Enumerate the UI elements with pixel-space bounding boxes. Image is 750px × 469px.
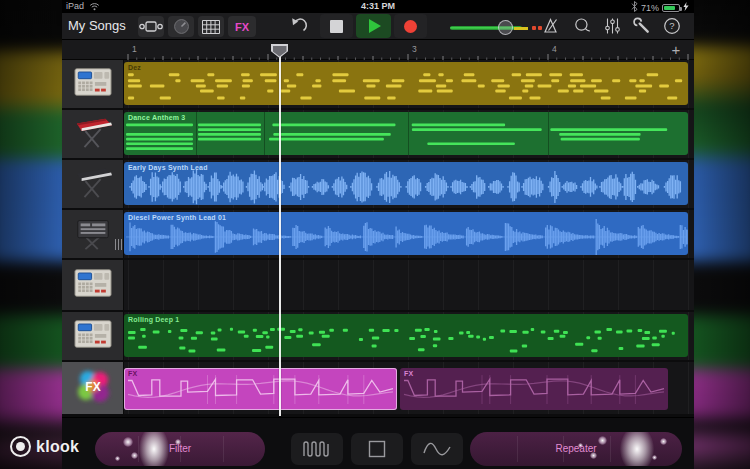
battery-icon <box>662 4 680 12</box>
svg-text:?: ? <box>669 20 674 31</box>
region-dance-anthem-3-1[interactable]: Dance Anthem 3 <box>124 112 688 155</box>
region-content <box>124 314 688 357</box>
play-button[interactable] <box>356 14 391 38</box>
toolbar: My Songs FX ? <box>62 13 694 40</box>
timeline-ruler[interactable]: 1234 <box>62 40 694 60</box>
tracks-area: DezDance Anthem 3Early Days Synth LeadDi… <box>62 60 694 417</box>
region-content <box>400 368 668 410</box>
screenshot-stage: iPad 4:31 PM 71% My Songs FX <box>0 0 750 469</box>
ruler-ticks: 1234 <box>62 40 694 60</box>
clock: 4:31 PM <box>62 1 694 11</box>
svg-text:4: 4 <box>552 44 557 54</box>
volume-warn-segment <box>514 27 528 30</box>
svg-text:1: 1 <box>132 44 137 54</box>
track-view-icon[interactable] <box>138 16 164 37</box>
sine-wave-shape-icon[interactable] <box>411 433 463 465</box>
region-content <box>124 368 397 410</box>
track-header-empty[interactable] <box>62 260 124 310</box>
volume-knob[interactable] <box>498 20 513 35</box>
klook-brand-text: klook <box>36 438 79 456</box>
master-volume-slider[interactable] <box>450 23 546 33</box>
region-content <box>124 212 688 255</box>
track-header-fx[interactable]: FX <box>62 362 124 414</box>
record-button[interactable] <box>394 14 427 38</box>
region-fx-2[interactable]: FX <box>400 368 668 410</box>
region-diesel-power-synth-lead-01-1[interactable]: Diesel Power Synth Lead 01 <box>124 212 688 255</box>
track-header-dez[interactable] <box>62 60 124 108</box>
fx-visual-button[interactable]: FX <box>228 16 256 37</box>
region-content <box>124 112 688 155</box>
battery-percent: 71% <box>641 3 659 13</box>
region-dez-1[interactable]: Dez <box>124 62 688 105</box>
region-content <box>124 162 688 205</box>
synth-module-icon <box>72 213 114 255</box>
undo-icon[interactable] <box>288 16 310 37</box>
track-header-rolling-deep-1[interactable] <box>62 312 124 360</box>
klook-logo-icon <box>10 436 31 457</box>
charging-bolt-icon <box>683 2 689 13</box>
region-content <box>124 62 688 105</box>
volume-clip-dot <box>532 26 536 30</box>
svg-text:3: 3 <box>412 44 417 54</box>
track-header-early-days-synth-lead[interactable] <box>62 160 124 208</box>
metronome-icon[interactable] <box>542 17 562 36</box>
grid-editor-icon[interactable] <box>198 16 224 37</box>
drum-machine-icon <box>72 63 114 105</box>
status-bar: iPad 4:31 PM 71% <box>62 0 694 13</box>
help-icon[interactable]: ? <box>662 17 682 36</box>
repeater-fx-pad[interactable]: Repeater <box>470 432 682 466</box>
keyboard-red-icon <box>72 113 114 155</box>
add-track-button[interactable]: + <box>666 41 686 59</box>
wrench-settings-icon[interactable] <box>632 17 652 36</box>
my-songs-button[interactable]: My Songs <box>68 18 126 33</box>
letterbox-blur-right <box>694 0 750 469</box>
smart-controls-bar: Filter Repeater <box>62 417 694 469</box>
fx-icon: FX <box>73 366 113 410</box>
drum-machine-icon <box>72 264 114 306</box>
track-header-dance-anthem-3[interactable] <box>62 110 124 158</box>
garageband-app: iPad 4:31 PM 71% My Songs FX <box>62 0 694 469</box>
filter-fx-pad[interactable]: Filter <box>95 432 265 466</box>
region-rolling-deep-1-1[interactable]: Rolling Deep 1 <box>124 314 688 357</box>
repeater-label: Repeater <box>470 443 682 454</box>
mixer-sliders-icon[interactable] <box>602 17 622 36</box>
region-fx-1[interactable]: FX <box>124 368 397 410</box>
letterbox-blur-left <box>0 0 62 469</box>
track-lane-5[interactable] <box>124 260 694 310</box>
drum-machine-icon <box>72 315 114 357</box>
track-header-resize-grip[interactable] <box>112 238 124 251</box>
stop-button[interactable] <box>320 14 353 38</box>
square-wave-shape-icon[interactable] <box>291 433 343 465</box>
region-early-days-synth-lead-1[interactable]: Early Days Synth Lead <box>124 162 688 205</box>
klook-watermark: klook <box>10 436 79 457</box>
playhead-line <box>279 44 281 416</box>
keyboard-black-icon <box>72 163 114 205</box>
loop-browser-icon[interactable] <box>572 17 592 36</box>
square-shape-icon[interactable] <box>351 433 403 465</box>
instrument-knob-icon[interactable] <box>168 16 194 37</box>
svg-text:FX: FX <box>85 380 100 394</box>
